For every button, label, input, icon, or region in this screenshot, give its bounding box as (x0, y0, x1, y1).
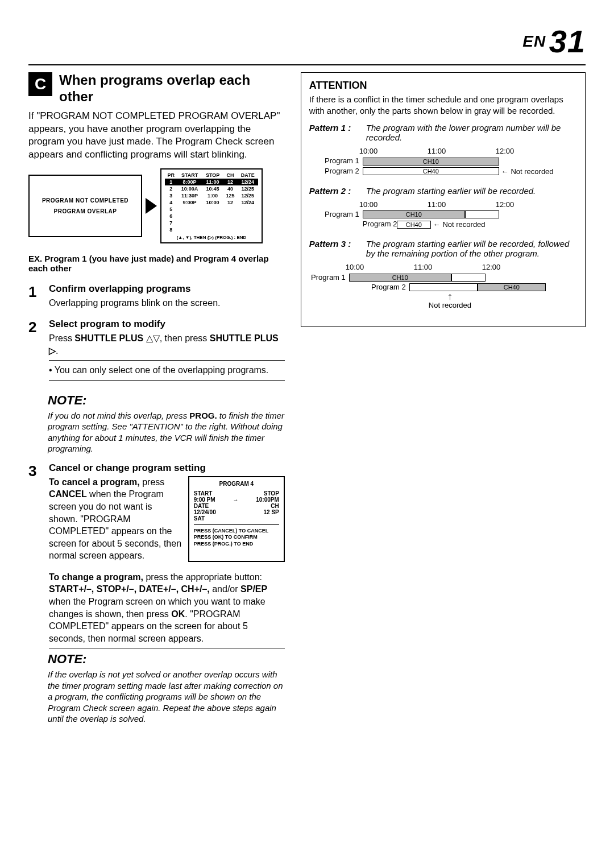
step-title: Confirm overlapping programs (49, 283, 285, 295)
pattern-caption: The program with the lower program numbe… (366, 123, 577, 142)
step-body: Cancel or change program setting To canc… (49, 462, 285, 562)
section-title: When programs overlap each other (59, 72, 285, 105)
page-number: 31 (549, 23, 586, 59)
step-title: Select program to modify (49, 319, 285, 330)
step3-content: To cancel a program, press CANCEL when t… (49, 476, 285, 562)
arrow-right-icon (146, 198, 157, 214)
timeline: 10:0011:0012:00 Program 1 CH10 Program 2… (309, 263, 577, 309)
not-recorded-label: Not recorded (433, 220, 485, 229)
tv-screen-overlap-msg: PROGRAM NOT COMPLETED PROGRAM OVERLAP (28, 175, 142, 237)
bar: CH40 (397, 221, 431, 229)
pattern-caption: The program starting earlier will be rec… (366, 186, 577, 196)
table-row: 8 (165, 226, 258, 233)
bar (409, 283, 478, 291)
bullet: • You can only select one of the overlap… (49, 364, 285, 377)
step-text: Overlapping programs blink on the screen… (49, 297, 285, 309)
table-row: 311:30P1:0012512/25 (165, 192, 258, 199)
arrow-up-icon: Not recorded (429, 292, 471, 309)
pattern-caption: The program starting earlier will be rec… (366, 239, 577, 258)
example-note: EX. Program 1 (you have just made) and P… (28, 254, 285, 273)
timeline: 10:0011:0012:00 Program 1 CH10 Program 2… (309, 147, 577, 176)
tv-line: PROGRAM NOT COMPLETED (32, 197, 139, 204)
manual-page: EN 31 C When programs overlap each other… (0, 0, 614, 755)
pattern-label: Pattern 3 : (309, 239, 366, 258)
note-body: If you do not mind this overlap, press P… (48, 410, 285, 454)
arrow-right-icon: → (233, 497, 238, 503)
table-row: 18:00P11:001212/24 (165, 179, 258, 185)
table-row: 210:00A10:454012/25 (165, 185, 258, 192)
step-2: 2 Select program to modify Press SHUTTLE… (28, 319, 285, 384)
bar: CH10 (363, 210, 465, 218)
th: DATE (238, 172, 259, 179)
table-footer: (▲, ▼), THEN (▷) (PROG.) : END (165, 235, 258, 240)
bar: CH40 (363, 167, 499, 175)
pattern-1: Pattern 1 : The program with the lower p… (309, 123, 577, 176)
bar (451, 274, 486, 282)
th: START (177, 172, 202, 179)
step-number: 1 (28, 283, 49, 309)
note-label: NOTE: (48, 652, 285, 667)
page-header: EN 31 (28, 23, 586, 65)
attention-box: ATTENTION If there is a conflict in the … (301, 72, 586, 327)
change-program-text: To change a program, press the appropria… (49, 571, 285, 645)
pattern-2: Pattern 2 : The program starting earlier… (309, 186, 577, 229)
note-label: NOTE: (48, 393, 285, 408)
screen-illustration: PROGRAM NOT COMPLETED PROGRAM OVERLAP PR… (28, 168, 285, 243)
bar: CH10 (363, 158, 499, 166)
prog-title: PROGRAM 4 (194, 481, 279, 487)
lang-code: EN (522, 32, 546, 50)
step-body: Confirm overlapping programs Overlapping… (49, 283, 285, 309)
tv-line: PROGRAM OVERLAP (32, 208, 139, 214)
th: STOP (202, 172, 223, 179)
pattern-label: Pattern 2 : (309, 186, 366, 196)
th: CH (223, 172, 238, 179)
attention-title: ATTENTION (309, 80, 577, 92)
bar: CH10 (349, 274, 451, 282)
bar (465, 210, 499, 218)
left-column: C When programs overlap each other If "P… (28, 72, 285, 733)
pattern-label: Pattern 1 : (309, 123, 366, 142)
note-body: If the overlap is not yet solved or anot… (48, 669, 285, 725)
th: PR (165, 172, 177, 179)
table-row: 5 (165, 206, 258, 213)
content-columns: C When programs overlap each other If "P… (28, 72, 586, 733)
step-body: Select program to modify Press SHUTTLE P… (49, 319, 285, 384)
not-recorded-label: Not recorded (501, 167, 553, 176)
step-title: Cancel or change program setting (49, 462, 285, 474)
attention-intro: If there is a conflict in the timer sche… (309, 94, 577, 116)
table-row: 49:00P10:001212/24 (165, 199, 258, 206)
section-header: C When programs overlap each other (28, 72, 285, 105)
table-header: PR START STOP CH DATE (165, 172, 258, 179)
program-table: PR START STOP CH DATE 18:00P11:001212/24… (165, 172, 258, 233)
step-text: Press SHUTTLE PLUS △▽, then press SHUTTL… (49, 332, 285, 357)
table-row: 7 (165, 220, 258, 226)
step-1: 1 Confirm overlapping programs Overlappi… (28, 283, 285, 309)
step-number: 2 (28, 319, 49, 384)
intro-text: If "PROGRAM NOT COMPLETED PROGRAM OVERLA… (28, 110, 285, 162)
cancel-text: To cancel a program, press CANCEL when t… (49, 476, 182, 562)
program-check-screen: PR START STOP CH DATE 18:00P11:001212/24… (160, 168, 263, 243)
bar: CH40 (478, 283, 546, 291)
step-number: 3 (28, 462, 49, 562)
timeline: 10:0011:0012:00 Program 1 CH10 Program 2… (309, 200, 577, 229)
right-column: ATTENTION If there is a conflict in the … (301, 72, 586, 733)
step-3: 3 Cancel or change program setting To ca… (28, 462, 285, 562)
section-badge: C (28, 72, 52, 96)
program-detail-screen: PROGRAM 4 STARTSTOP 9:00 PM→10:00PM DATE… (188, 476, 285, 562)
table-row: 6 (165, 213, 258, 220)
pattern-3: Pattern 3 : The program starting earlier… (309, 239, 577, 309)
